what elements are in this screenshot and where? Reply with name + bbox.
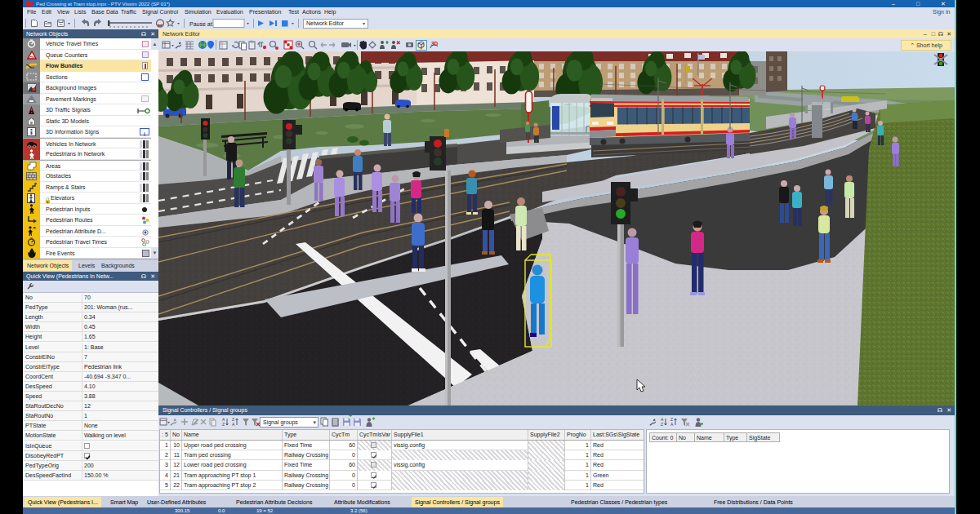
- svg-text:A: A: [670, 422, 674, 427]
- svg-text:Pause at:: Pause at:: [189, 21, 214, 27]
- svg-text:3D: 3D: [431, 41, 439, 47]
- svg-text:Z: Z: [661, 422, 663, 427]
- svg-text:A: A: [232, 422, 235, 427]
- svg-text:Z: Z: [222, 422, 225, 427]
